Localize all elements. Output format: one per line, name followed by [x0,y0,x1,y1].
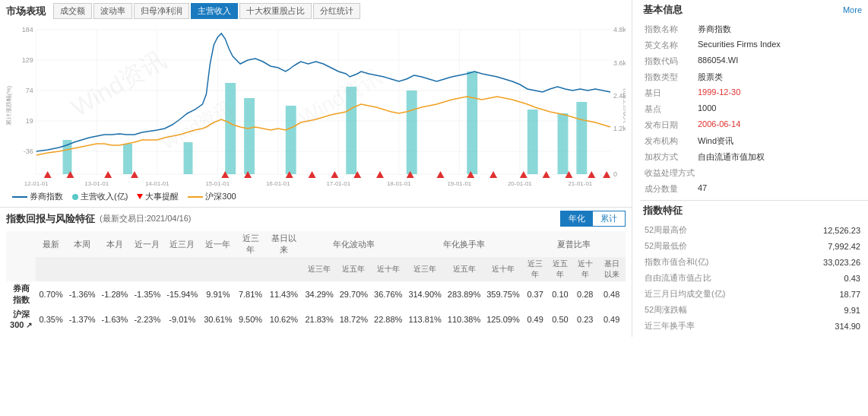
svg-rect-35 [407,91,417,174]
btn-annualized[interactable]: 年化 [561,211,593,226]
svg-marker-55 [520,171,527,178]
index-char-section: 指数特征 52周最高价 12,526.23 52周最低价 7,992.42 指数… [640,201,868,337]
btn-cumulative[interactable]: 累计 [593,211,625,226]
tab-zhuyingshouru[interactable]: 主营收入 [191,3,238,19]
col-header-since: 基日以来 [265,231,302,257]
char-value-float: 0.43 [734,270,862,286]
info-row-yield: 收益处理方式 [643,165,862,181]
char-value-3yturn: 314.90 [734,318,862,334]
svg-text:14-01-01: 14-01-01 [145,180,169,187]
char-label-low: 52周最低价 [643,238,734,254]
svg-rect-30 [184,142,193,174]
tab-guimulirun[interactable]: 归母净利润 [134,3,189,19]
label-engname: 英文名称 [643,37,696,53]
svg-text:累计涨跌幅(%): 累计涨跌幅(%) [6,85,12,125]
svg-text:19: 19 [26,117,33,125]
tab-chengjiaoe[interactable]: 成交额 [53,3,92,19]
more-link[interactable]: More [843,5,862,14]
cell-hs-1m: -2.23% [131,307,163,331]
value-count: 47 [696,181,862,197]
col-group-turnover: 年化换手率 [405,231,522,257]
col-group-sharpe: 夏普比率 [523,231,626,257]
legend-quanshang: 券商指数 [12,191,63,202]
col-vol-5y: 近五年 [337,257,371,281]
legend-shouru: 主营收入(亿) [72,191,128,202]
char-row-52wchange: 52周涨跌幅 9.91 [643,302,862,318]
svg-text:17-01-01: 17-01-01 [326,180,350,187]
info-row-code: 指数代码 886054.WI [643,53,862,69]
cell-hs-sharpe-5y: 0.50 [548,307,573,331]
char-row-high: 52周最高价 12,526.23 [643,222,862,238]
cell-qs-turn-10y: 359.75% [483,281,522,307]
svg-rect-36 [467,71,477,174]
info-table: 指数名称 券商指数 英文名称 Securities Firms Index 指数… [643,21,862,197]
cell-qs-since: 11.43% [265,281,302,307]
tab-shizhonggu[interactable]: 十大权重股占比 [239,3,312,19]
annualized-toggle[interactable]: 年化 累计 [560,211,626,227]
legend-dot-shouru [72,194,78,200]
info-row-name: 指数名称 券商指数 [643,21,862,37]
cell-qs-turn-5y: 283.89% [445,281,483,307]
char-value-low: 7,992.42 [734,238,862,254]
legend-triangle-dashi [137,194,143,199]
char-value-mcap: 33,023.26 [734,254,862,270]
cell-hs-vol-5y: 18.72% [337,307,371,331]
col-header-3y: 近三年 [236,231,266,257]
svg-rect-38 [558,113,569,174]
legend-hushen: 沪深300 [188,191,236,202]
legend-label-shouru: 主营收入(亿) [81,191,128,202]
cell-hs-weekly: -1.37% [66,307,99,331]
char-value-avgvol: 18.77 [734,286,862,302]
cell-hs-latest: 0.35% [36,307,65,331]
svg-text:(亿)主营收入: (亿)主营收入 [622,88,626,122]
svg-text:1.2k: 1.2k [613,125,626,132]
col-group-volatility: 年化波动率 [302,231,405,257]
char-label-52wchange: 52周涨跌幅 [643,302,734,318]
hushen-link-icon[interactable]: ↗ [26,321,32,329]
col-sharpe-3y: 近三年 [523,257,548,281]
svg-text:13-01-01: 13-01-01 [84,180,109,187]
cell-qs-turn-3y: 314.90% [405,281,444,307]
char-row-low: 52周最低价 7,992.42 [643,238,862,254]
value-zhishumincheng: 券商指数 [696,21,862,37]
cell-hs-3y: 9.50% [236,307,266,331]
cell-qs-3m: -15.94% [163,281,201,307]
basic-info-section: 基本信息 More 指数名称 券商指数 英文名称 Securities Firm… [640,0,868,201]
cell-hs-vol-3y: 21.83% [302,307,336,331]
value-weight: 自由流通市值加权 [696,149,862,165]
cell-hs-sharpe-3y: 0.49 [523,307,548,331]
cell-qs-sharpe-5y: 0.10 [548,281,573,307]
col-turn-5y: 近五年 [445,257,483,281]
label-baseday: 基日 [643,85,696,101]
legend-line-quanshang [12,196,27,198]
tab-fenhong[interactable]: 分红统计 [313,3,360,19]
cell-hs-sharpe-10y: 0.23 [572,307,597,331]
row-label-hushen: 沪深300 ↗ [6,307,36,331]
svg-rect-29 [123,144,132,174]
col-header-1y: 近一年 [201,231,235,257]
svg-marker-48 [331,171,338,178]
tab-bodonglu[interactable]: 波动率 [93,3,132,19]
legend-dashi: 大事提醒 [137,191,179,202]
svg-marker-52 [437,171,445,178]
market-chart: Wind资讯 Wind资讯 Wind资讯 [6,22,626,189]
char-row-avgvol: 近三月日均成交量(亿) 18.77 [643,286,862,302]
col-header-monthly: 本月 [99,231,131,257]
col-vol-10y: 近十年 [371,257,405,281]
value-engname: Securities Firms Index [696,37,862,53]
svg-text:74: 74 [26,87,33,94]
svg-text:3.6k: 3.6k [613,59,626,67]
cell-qs-1m: -1.35% [131,281,163,307]
col-header-3m: 近三月 [163,231,201,257]
cell-hs-3m: -9.01% [163,307,201,331]
cell-hs-turn-10y: 125.09% [483,307,522,331]
svg-marker-56 [543,171,550,178]
svg-text:0: 0 [613,170,617,178]
cell-hs-vol-10y: 22.88% [371,307,405,331]
svg-rect-39 [576,102,587,174]
legend-line-hushen [188,196,203,198]
cell-hs-sharpe-since: 0.49 [597,307,626,331]
char-label-avgvol: 近三月日均成交量(亿) [643,286,734,302]
col-turn-3y: 近三年 [405,257,444,281]
basic-info-header: 基本信息 More [643,3,862,17]
